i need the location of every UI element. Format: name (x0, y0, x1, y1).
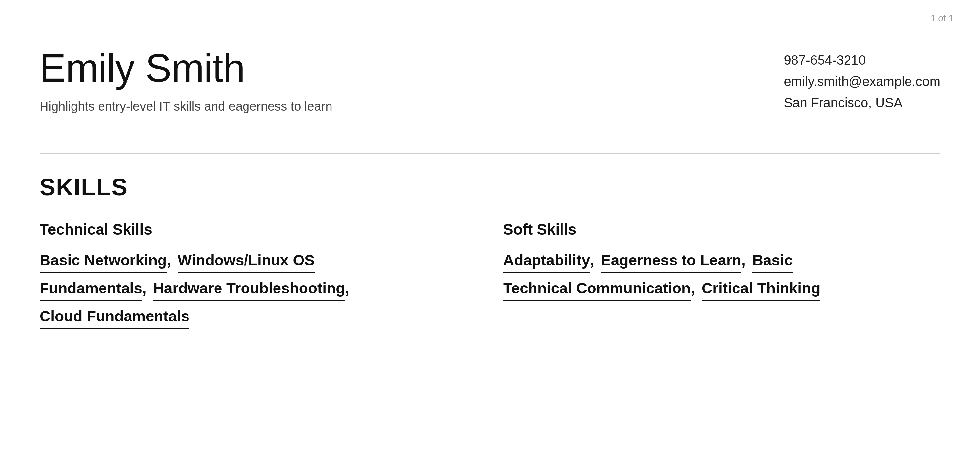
skill-text: Basic (752, 251, 793, 273)
skill-text: Cloud Fundamentals (40, 307, 189, 329)
skill-text: Fundamentals (40, 279, 142, 301)
technical-skills-title: Technical Skills (40, 220, 477, 238)
list-item: Adaptability, (503, 251, 594, 273)
candidate-tagline: Highlights entry-level IT skills and eag… (40, 99, 784, 114)
section-divider (40, 153, 940, 154)
list-item: Technical Communication, (503, 279, 695, 301)
soft-skills-column: Soft Skills Adaptability, Eagerness to L… (503, 220, 940, 335)
header-section: Emily Smith Highlights entry-level IT sk… (40, 46, 940, 127)
candidate-name: Emily Smith (40, 46, 784, 90)
list-item: Cloud Fundamentals (40, 307, 189, 329)
skill-text: Basic Networking (40, 251, 167, 273)
skills-section-title: SKILLS (40, 173, 940, 200)
list-item: Basic Networking, (40, 251, 171, 273)
list-item: Critical Thinking (702, 279, 820, 301)
skill-text: Technical Communication (503, 279, 690, 301)
phone-number: 987-654-3210 (784, 53, 865, 68)
skill-text: Windows/Linux OS (178, 251, 315, 273)
header-right: 987-654-3210 emily.smith@example.com San… (784, 46, 940, 110)
skill-text: Eagerness to Learn (601, 251, 741, 273)
soft-skills-items: Adaptability, Eagerness to Learn, Basic … (503, 251, 940, 307)
page-counter: 1 of 1 (931, 13, 954, 24)
page: 1 of 1 Emily Smith Highlights entry-leve… (0, 0, 980, 469)
list-item: Basic (752, 251, 793, 273)
list-item: Hardware Troubleshooting, (153, 279, 350, 301)
email-address: emily.smith@example.com (784, 74, 940, 89)
location: San Francisco, USA (784, 95, 902, 110)
soft-skills-title: Soft Skills (503, 220, 940, 238)
skill-text: Hardware Troubleshooting (153, 279, 345, 301)
skills-grid: Technical Skills Basic Networking, Windo… (40, 220, 940, 335)
list-item: Fundamentals, (40, 279, 146, 301)
skill-text: Critical Thinking (702, 279, 820, 301)
list-item: Eagerness to Learn, (601, 251, 746, 273)
header-left: Emily Smith Highlights entry-level IT sk… (40, 46, 784, 114)
list-item: Windows/Linux OS (178, 251, 315, 273)
skill-text: Adaptability (503, 251, 590, 273)
technical-skills-items: Basic Networking, Windows/Linux OS Funda… (40, 251, 477, 335)
skills-section: SKILLS Technical Skills Basic Networking… (40, 173, 940, 335)
technical-skills-column: Technical Skills Basic Networking, Windo… (40, 220, 477, 335)
